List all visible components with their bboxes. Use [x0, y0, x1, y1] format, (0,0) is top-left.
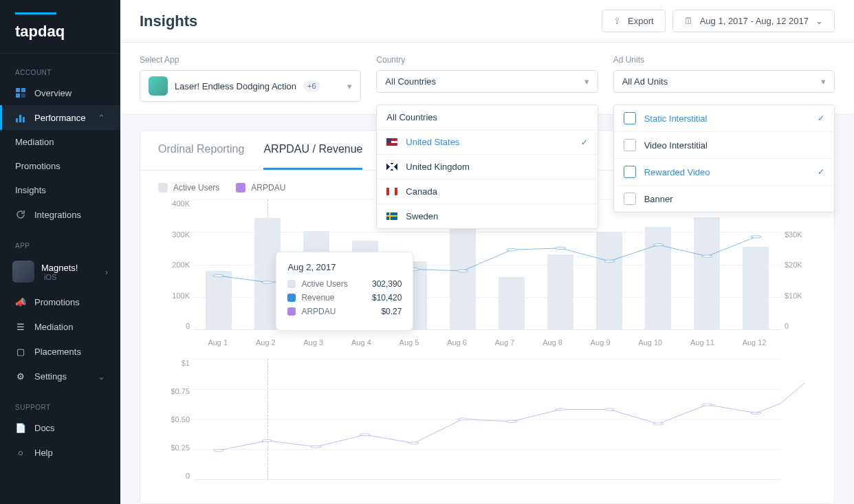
svg-point-25	[506, 420, 516, 422]
filter-country: Country All Countries ▾ All Countries Un…	[376, 55, 598, 102]
filter-app: Select App Laser! Endless Dodging Action…	[140, 55, 361, 102]
sidebar-item-settings[interactable]: ⚙Settings⌄	[0, 364, 120, 388]
svg-point-8	[262, 281, 272, 283]
y-axis-left: 400K300K200K100K0	[158, 199, 190, 330]
svg-point-29	[702, 404, 712, 406]
banner-icon	[624, 193, 636, 205]
adunit-option-static[interactable]: Static Interstitial✓	[614, 105, 834, 132]
tab-arpdau[interactable]: ARPDAU / Revenue	[263, 131, 362, 170]
app-platform: iOS	[41, 273, 78, 281]
svg-rect-2	[16, 94, 20, 98]
svg-rect-5	[19, 115, 21, 122]
adunits-select-value: All Ad Units	[622, 76, 668, 87]
plot-area-bottom	[194, 359, 780, 480]
sidebar-item-docs[interactable]: 📄Docs	[0, 415, 120, 440]
svg-point-28	[653, 423, 664, 425]
sidebar: tapdaq ACCOUNT Overview Performance⌃ Med…	[0, 0, 120, 504]
svg-point-22	[360, 434, 370, 436]
sidebar-item-help[interactable]: ○Help	[0, 440, 120, 465]
chevron-down-icon: ▾	[821, 76, 826, 87]
chart-bottom: $1$0.75$0.50$0.250	[158, 359, 816, 496]
chevron-down-icon: ⌄	[98, 371, 105, 382]
adunit-option-video[interactable]: Video Interstitial	[614, 132, 834, 159]
app-select-value: Laser! Endless Dodging Action	[175, 81, 296, 91]
svg-rect-0	[16, 88, 20, 92]
sidebar-item-placements[interactable]: ▢Placements	[0, 339, 120, 364]
svg-point-26	[555, 408, 565, 410]
x-axis: Aug 1Aug 2Aug 3Aug 4Aug 5Aug 6Aug 7Aug 8…	[194, 338, 780, 347]
sidebar-section-account: ACCOUNT	[0, 65, 120, 80]
tab-ordinal[interactable]: Ordinal Reporting	[158, 131, 244, 170]
calendar-icon: 🗓	[684, 16, 693, 26]
topbar: Insights ⇪Export 🗓Aug 1, 2017 - Aug, 12 …	[120, 0, 854, 43]
filter-adunits: Ad Units All Ad Units ▾ Static Interstit…	[613, 55, 835, 102]
sidebar-app-selector[interactable]: Magnets! iOS ›	[0, 254, 120, 289]
adunits-dropdown: Static Interstitial✓ Video Interstitial …	[613, 105, 835, 212]
legend-users: Active Users	[158, 183, 219, 193]
help-icon: ○	[15, 447, 26, 458]
main-content: Insights ⇪Export 🗓Aug 1, 2017 - Aug, 12 …	[120, 0, 854, 504]
app-name: Magnets!	[41, 263, 78, 273]
svg-rect-6	[23, 117, 25, 122]
country-option-se[interactable]: Sweden	[377, 204, 597, 228]
country-option-us[interactable]: United States✓	[377, 130, 597, 155]
sidebar-item-mediation[interactable]: Mediation	[0, 130, 120, 154]
flag-ca-icon	[386, 188, 397, 195]
svg-rect-3	[21, 94, 25, 98]
y-axis-arpdau: $1$0.75$0.50$0.250	[158, 359, 190, 480]
svg-point-12	[457, 270, 468, 272]
bar-chart-icon	[15, 112, 26, 123]
page-title: Insights	[140, 12, 197, 30]
grid-icon	[15, 87, 26, 98]
sidebar-section-support: SUPPORT	[0, 399, 120, 415]
svg-point-14	[555, 247, 565, 249]
svg-point-17	[702, 255, 712, 257]
country-option-gb[interactable]: United Kingdom	[377, 155, 597, 179]
svg-point-20	[262, 439, 272, 441]
app-select[interactable]: Laser! Endless Dodging Action +6 ▾	[140, 70, 361, 102]
flag-gb-icon	[386, 163, 397, 171]
chevron-down-icon: ▾	[584, 76, 589, 87]
sidebar-item-app-mediation[interactable]: ☰Mediation	[0, 314, 120, 339]
country-option-ca[interactable]: Canada	[377, 179, 597, 204]
brand-logo: tapdaq	[0, 0, 120, 54]
chevron-down-icon: ▾	[347, 81, 352, 91]
sidebar-item-overview[interactable]: Overview	[0, 80, 120, 105]
filters-row: Select App Laser! Endless Dodging Action…	[120, 43, 854, 115]
date-range-button[interactable]: 🗓Aug 1, 2017 - Aug, 12 2017⌄	[672, 10, 835, 32]
y-axis-right: $40K$30K$20K$10K0	[785, 199, 816, 330]
sidebar-item-integrations[interactable]: Integrations	[0, 202, 120, 227]
flag-us-icon	[386, 138, 397, 146]
static-interstitial-icon	[624, 112, 636, 124]
svg-rect-1	[21, 88, 25, 92]
adunit-option-rewarded[interactable]: Rewarded Video✓	[614, 159, 834, 186]
sidebar-item-performance[interactable]: Performance⌃	[0, 105, 120, 130]
chevron-right-icon: ›	[105, 267, 108, 277]
check-icon: ✓	[818, 113, 824, 123]
tooltip-title: Aug 2, 2017	[287, 262, 402, 272]
sidebar-section-app: APP	[0, 238, 120, 254]
svg-point-18	[751, 236, 761, 238]
adunits-select[interactable]: All Ad Units ▾	[613, 70, 835, 93]
svg-point-24	[457, 418, 468, 420]
country-option-all[interactable]: All Countries	[377, 105, 597, 130]
svg-rect-4	[16, 118, 18, 122]
video-interstitial-icon	[624, 139, 636, 151]
device-icon: ▢	[15, 346, 26, 357]
svg-point-27	[604, 408, 615, 410]
sidebar-item-insights[interactable]: Insights	[0, 178, 120, 202]
app-icon	[12, 261, 34, 283]
adunit-option-banner[interactable]: Banner	[614, 186, 834, 212]
svg-point-16	[653, 243, 664, 245]
flag-se-icon	[386, 212, 397, 220]
check-icon: ✓	[818, 167, 824, 177]
country-select-value: All Countries	[385, 76, 436, 87]
country-dropdown: All Countries United States✓ United King…	[376, 105, 598, 229]
legend-arpdau: ARPDAU	[236, 183, 285, 193]
svg-point-15	[604, 260, 615, 262]
country-select[interactable]: All Countries ▾	[376, 70, 598, 93]
export-button[interactable]: ⇪Export	[602, 10, 666, 32]
sidebar-item-promotions[interactable]: Promotions	[0, 154, 120, 178]
sidebar-item-app-promotions[interactable]: 📣Promotions	[0, 289, 120, 314]
svg-point-13	[506, 249, 516, 251]
